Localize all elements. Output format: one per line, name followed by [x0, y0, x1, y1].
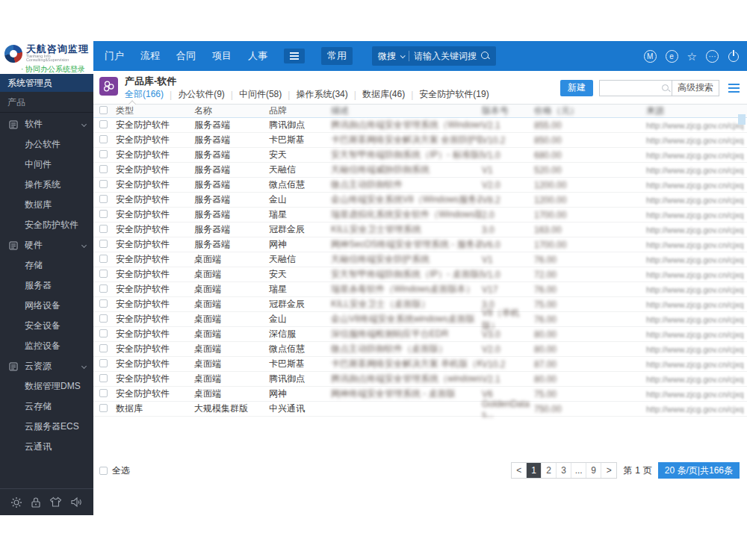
favorite-star-icon[interactable]: ☆	[687, 51, 697, 62]
page-size-badge[interactable]: 20 条/页|共166条	[658, 462, 740, 479]
table-row[interactable]: 安全防护软件 服务器端 网神 网神SecOS终端安全管理系统 - 服务器版 V6…	[93, 237, 747, 252]
cell-source-link[interactable]: http://www.zjcg.gov.cn/cjxq/	[646, 285, 743, 294]
row-checkbox[interactable]	[99, 314, 108, 323]
page-9-button[interactable]: 9	[586, 463, 601, 478]
sidebar-menu-item[interactable]: 云通讯	[0, 437, 93, 457]
cell-source-link[interactable]: http://www.zjcg.gov.cn/cjxq/	[646, 390, 743, 399]
nav-hr[interactable]: 人事	[248, 49, 267, 63]
table-row[interactable]: 安全防护软件 桌面端 安天 安天智甲终端防御系统（IP）- 桌面版授权 V1.0…	[93, 267, 747, 282]
cell-source-link[interactable]: http://www.zjcg.gov.cn/cjxq/	[646, 300, 743, 309]
search-scope-label[interactable]: 微搜	[378, 50, 396, 63]
col-price[interactable]: 价格（元）	[534, 105, 646, 117]
row-checkbox[interactable]	[99, 270, 108, 278]
table-row[interactable]: 安全防护软件 服务器端 金山 金山终端安全系统V8（Windows服务器版） V…	[93, 193, 747, 208]
cell-source-link[interactable]: http://www.zjcg.gov.cn/cjxq/	[646, 345, 743, 354]
advanced-search-button[interactable]: 高级搜索	[672, 81, 719, 96]
new-button[interactable]: 新建	[560, 80, 593, 96]
sidebar-menu-item[interactable]: 存储	[0, 255, 93, 276]
tab-database[interactable]: 数据库(46)	[362, 88, 405, 101]
nav-portal[interactable]: 门户	[105, 49, 124, 63]
sidebar-menu-item[interactable]: 软件	[0, 114, 93, 134]
cell-source-link[interactable]: http://www.zjcg.gov.cn/cjxq/	[646, 330, 743, 339]
cell-source-link[interactable]: http://www.zjcg.gov.cn/cjxq/	[646, 225, 743, 234]
sidebar-menu-item[interactable]: 服务器	[0, 276, 93, 296]
speaker-volume-icon[interactable]	[70, 497, 83, 508]
table-row[interactable]: 安全防护软件 桌面端 卡巴斯基 卡巴斯基网络安全解决方案 单机版（KES） - …	[93, 357, 747, 372]
next-page-button[interactable]: >	[601, 463, 616, 478]
sidebar-menu-item[interactable]: 监控设备	[0, 336, 93, 356]
current-role-label[interactable]: 系统管理员	[0, 74, 93, 92]
table-row[interactable]: 安全防护软件 桌面端 深信服 深信服终端检测响应平台EDR V3.0 80.00…	[93, 327, 747, 342]
table-row[interactable]: 安全防护软件 服务器端 卡巴斯基 卡巴斯基网络安全解决方案 全面防护版（KES.…	[93, 133, 747, 148]
row-checkbox[interactable]	[99, 299, 108, 308]
sidebar-menu-item[interactable]: 数据管理DMS	[0, 376, 93, 396]
row-checkbox[interactable]	[99, 329, 108, 337]
scrollbar-thumb[interactable]	[738, 114, 746, 125]
cell-source-link[interactable]: http://www.zjcg.gov.cn/cjxq/	[646, 151, 743, 160]
table-row[interactable]: 安全防护软件 桌面端 瑞星 瑞星杀毒软件（Windows桌面版本） V17 76…	[93, 282, 747, 297]
header-checkbox[interactable]	[99, 106, 108, 114]
row-checkbox[interactable]	[99, 284, 108, 293]
cell-source-link[interactable]: http://www.zjcg.gov.cn/cjxq/	[646, 121, 743, 130]
sidebar-menu-item[interactable]: 云存储	[0, 396, 93, 417]
table-row[interactable]: 数据库 大规模集群版 中兴通讯 GoldenData s... 750.00 h…	[93, 402, 747, 417]
nav-process[interactable]: 流程	[140, 49, 160, 63]
table-row[interactable]: 安全防护软件 服务器端 瑞星 瑞星虚拟化系统安全软件（Windows版本） 2.…	[93, 208, 747, 223]
sidebar-menu-item[interactable]: 操作系统	[0, 175, 93, 195]
table-row[interactable]: 安全防护软件 桌面端 微点佰慧 微点主动防御软件（桌面版） V2.0 80.00…	[93, 342, 747, 357]
table-row[interactable]: 安全防护软件 桌面端 冠群金辰 KILL安全卫士（桌面版） 3.0 75.00 …	[93, 297, 747, 312]
sidebar-menu-item[interactable]: 安全设备	[0, 316, 93, 336]
table-row[interactable]: 安全防护软件 桌面端 金山 金山V8终端安全系统windows桌面版 V8（单机…	[93, 312, 747, 327]
tab-security-software[interactable]: 安全防护软件(19)	[419, 88, 489, 101]
cell-source-link[interactable]: http://www.zjcg.gov.cn/cjxq/	[646, 166, 743, 175]
select-all-checkbox[interactable]	[99, 467, 108, 475]
sidebar-menu-item[interactable]: 云服务器ECS	[0, 417, 93, 437]
table-search-input[interactable]	[600, 81, 661, 96]
cell-source-link[interactable]: http://www.zjcg.gov.cn/cjxq/	[646, 240, 743, 249]
table-row[interactable]: 安全防护软件 桌面端 天融信 天融信终端安全防护系统 V1 76.00 http…	[93, 252, 747, 267]
table-row[interactable]: 安全防护软件 服务器端 天融信 天融信终端威胁防御系统 V1 520.00 ht…	[93, 163, 747, 178]
cell-source-link[interactable]: http://www.zjcg.gov.cn/cjxq/	[646, 181, 743, 190]
cell-source-link[interactable]: http://www.zjcg.gov.cn/cjxq/	[646, 405, 743, 414]
sidebar-menu-item[interactable]: 安全防护软件	[0, 215, 93, 235]
nav-contract[interactable]: 合同	[176, 49, 196, 63]
col-brand[interactable]: 品牌	[269, 105, 331, 117]
theme-shirt-icon[interactable]	[49, 497, 62, 508]
col-description[interactable]: 描述	[331, 105, 482, 117]
list-view-icon[interactable]	[728, 84, 740, 93]
table-row[interactable]: 安全防护软件 桌面端 网神 网神终端安全管理系统 - 桌面版 V6 75.00 …	[93, 387, 747, 402]
cell-source-link[interactable]: http://www.zjcg.gov.cn/cjxq/	[646, 255, 743, 264]
sidebar-menu-item[interactable]: 硬件	[0, 235, 93, 255]
sidebar-menu-item[interactable]: 办公软件	[0, 134, 93, 155]
row-checkbox[interactable]	[99, 359, 108, 367]
more-icon[interactable]: ···	[706, 50, 719, 63]
row-checkbox[interactable]	[99, 135, 108, 143]
search-placeholder-text[interactable]: 请输入关键词搜	[414, 50, 477, 63]
row-checkbox[interactable]	[99, 389, 108, 397]
cell-source-link[interactable]: http://www.zjcg.gov.cn/cjxq/	[646, 136, 743, 145]
nav-project[interactable]: 项目	[212, 49, 232, 63]
sidebar-section-product[interactable]: 产品	[0, 92, 93, 113]
cell-source-link[interactable]: http://www.zjcg.gov.cn/cjxq/	[646, 315, 743, 324]
prev-page-button[interactable]: <	[512, 463, 527, 478]
menu-burger-button[interactable]	[284, 49, 305, 63]
tab-office-software[interactable]: 办公软件(9)	[178, 88, 225, 101]
search-icon[interactable]	[661, 81, 672, 96]
row-checkbox[interactable]	[99, 195, 108, 203]
row-checkbox[interactable]	[99, 404, 108, 412]
row-checkbox[interactable]	[99, 344, 108, 352]
power-logout-icon[interactable]	[728, 50, 740, 62]
row-checkbox[interactable]	[99, 374, 108, 382]
m-badge-icon[interactable]: M	[644, 50, 657, 63]
col-type[interactable]: 类型	[116, 105, 194, 117]
col-name[interactable]: 名称	[194, 105, 269, 117]
lock-icon[interactable]	[31, 497, 41, 508]
row-checkbox[interactable]	[99, 225, 108, 233]
page-2-button[interactable]: 2	[542, 463, 557, 478]
row-checkbox[interactable]	[99, 150, 108, 158]
table-row[interactable]: 安全防护软件 服务器端 冠群金辰 KILL安全卫士管理系统 3.0 163.00…	[93, 223, 747, 237]
tab-os[interactable]: 操作系统(34)	[296, 88, 347, 101]
cell-source-link[interactable]: http://www.zjcg.gov.cn/cjxq/	[646, 196, 743, 205]
sidebar-menu-item[interactable]: 云资源	[0, 356, 93, 376]
search-icon[interactable]	[481, 52, 490, 60]
